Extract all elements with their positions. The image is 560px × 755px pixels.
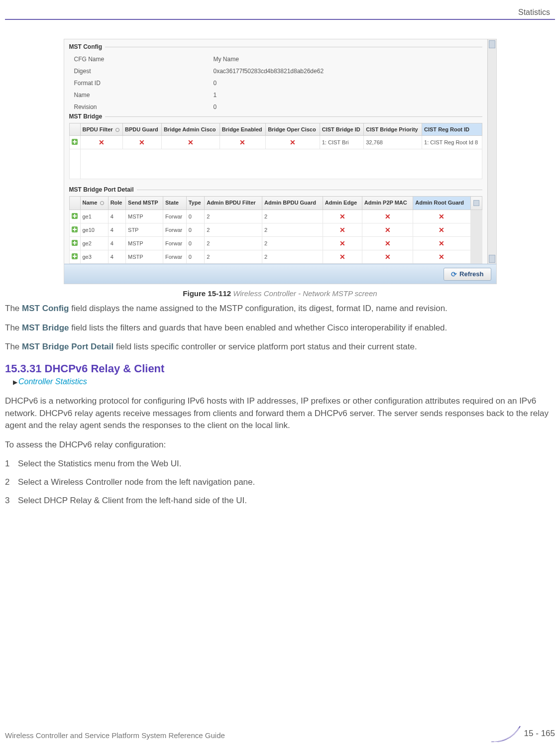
section-title: DHCPv6 Relay & Client [45,362,165,375]
col-send-mstp[interactable]: Send MSTP [126,197,163,210]
cross-icon: ✕ [364,253,411,261]
term-mst-config: MST Config [22,304,69,313]
mst-bridge-port-detail-legend-text: MST Bridge Port Detail [69,186,134,193]
figure-caption: Figure 15-112 Wireless Controller - Netw… [5,289,555,298]
kv-key: Name [74,92,214,99]
table-row-empty [69,149,482,179]
expand-icon[interactable] [72,213,78,219]
cell-admin-bpdu-filter: 2 [205,223,262,237]
col-cist-reg-root-id[interactable]: CIST Reg Root ID [422,123,482,136]
col-bridge-enabled[interactable]: Bridge Enabled [220,123,265,136]
cross-icon: ✕ [325,253,360,261]
term-mst-bridge: MST Bridge [22,323,69,332]
section-number: 15.3.31 [5,362,41,375]
table-row[interactable]: ge24MSTPForwar022✕✕✕ [69,237,482,250]
col-cist-bridge-priority[interactable]: CIST Bridge Priority [364,123,422,136]
expand-icon[interactable] [72,139,78,145]
term-statistics: Statistics [58,459,92,468]
cell-type: 0 [186,210,205,223]
cell-role: 4 [108,250,125,264]
expand-icon[interactable] [72,253,78,259]
inner-scrollbar[interactable] [470,210,482,264]
cell-cist-reg-root-id: 1: CIST Reg Root Id 8 [422,136,482,149]
col-name[interactable]: Name [80,197,108,210]
cross-icon: ✕ [364,226,411,234]
col-state[interactable]: State [163,197,187,210]
cell-role: 4 [108,210,125,223]
figure-title: Wireless Controller - Network MSTP scree… [233,289,377,298]
page-footer: Wireless Controller and Service Platform… [5,731,555,740]
cross-icon: ✕ [364,239,411,247]
cell-state: Forwar [163,210,187,223]
col-bpdu-filter[interactable]: BPDU Filter [80,123,123,136]
list-item: Select a Wireless Controller node from t… [5,476,555,489]
cell-send: STP [126,223,163,237]
mst-bridge-table: BPDU Filter BPDU Guard Bridge Admin Cisc… [69,123,482,179]
mst-bridge-port-detail-legend: MST Bridge Port Detail [69,186,482,193]
cross-icon: ✕ [325,239,360,247]
cell-name: ge3 [80,250,108,264]
breadcrumb[interactable]: ▶Controller Statistics [13,377,555,386]
kv-value: 1 [214,92,477,99]
cross-icon: ✕ [125,138,159,146]
scroll-up-icon[interactable] [489,40,495,48]
col-type[interactable]: Type [186,197,205,210]
cross-icon: ✕ [415,226,468,234]
paragraph: The MST Config field displays the name a… [5,303,555,315]
kv-value: 0 [214,80,477,87]
cross-icon: ✕ [415,213,468,220]
refresh-icon: ⟳ [451,270,457,278]
bottom-toolbar: ⟳ Refresh [64,264,496,284]
col-admin-p2p-mac[interactable]: Admin P2P MAC [362,197,413,210]
mst-config-legend-text: MST Config [69,43,103,50]
table-row[interactable]: ge104STPForwar022✕✕✕ [69,223,482,237]
refresh-button[interactable]: ⟳ Refresh [444,268,491,281]
cell-admin-bpdu-guard: 2 [262,210,323,223]
cell-admin-bpdu-filter: 2 [205,210,262,223]
paragraph: DHCPv6 is a networking protocol for conf… [5,395,555,432]
cell-name: ge10 [80,223,108,237]
term-mst-bridge-port-detail: MST Bridge Port Detail [22,342,113,351]
col-admin-root-guard[interactable]: Admin Root Guard [413,197,470,210]
scroll-up-icon[interactable] [473,200,479,206]
col-cist-bridge-id[interactable]: CIST Bridge ID [320,123,363,136]
table-row[interactable]: ✕ ✕ ✕ ✕ ✕ 1: CIST Bri 32,768 1: CIST Reg… [69,136,482,149]
table-row[interactable]: ge14MSTPForwar022✕✕✕ [69,210,482,223]
breadcrumb-arrow-icon: ▶ [13,379,17,386]
col-admin-bpdu-filter[interactable]: Admin BPDU Filter [205,197,262,210]
paragraph: The MST Bridge Port Detail field lists s… [5,341,555,353]
col-admin-edge[interactable]: Admin Edge [323,197,362,210]
table-row[interactable]: ge34MSTPForwar022✕✕✕ [69,250,482,264]
cell-admin-bpdu-guard: 2 [262,250,323,264]
list-item: Select DHCP Relay & Client from the left… [5,495,555,507]
col-bpdu-guard[interactable]: BPDU Guard [123,123,162,136]
kv-key: Revision [74,104,214,110]
col-bridge-oper-cisco[interactable]: Bridge Oper Cisco [266,123,320,136]
cell-send: MSTP [126,237,163,250]
section-heading: 15.3.31 DHCPv6 Relay & Client [5,362,555,375]
mst-config-kv: CFG NameMy Name Digest0xac36177f50283cd4… [69,53,482,113]
cross-icon: ✕ [364,213,411,220]
col-role[interactable]: Role [108,197,125,210]
cell-type: 0 [186,250,205,264]
sort-indicator-icon [100,201,104,205]
cross-icon: ✕ [83,138,121,146]
kv-key: CFG Name [74,56,214,63]
col-admin-bpdu-guard[interactable]: Admin BPDU Guard [262,197,323,210]
cell-role: 4 [108,237,125,250]
cell-type: 0 [186,223,205,237]
scroll-down-icon[interactable] [489,255,495,263]
outer-scrollbar[interactable] [487,39,496,264]
cell-name: ge1 [80,210,108,223]
cell-admin-bpdu-guard: 2 [262,237,323,250]
figure-screenshot: MST Config CFG NameMy Name Digest0xac361… [64,39,497,284]
inner-scrollbar[interactable] [470,197,482,210]
expand-icon[interactable] [72,240,78,246]
kv-key: Format ID [74,80,214,87]
col-bridge-admin-cisco[interactable]: Bridge Admin Cisco [161,123,220,136]
expand-icon[interactable] [72,226,78,232]
cell-name: ge2 [80,237,108,250]
paragraph: The MST Bridge field lists the filters a… [5,322,555,334]
kv-value: 0 [214,104,477,110]
mst-bridge-port-detail-table: Name Role Send MSTP State Type Admin BPD… [69,196,482,264]
